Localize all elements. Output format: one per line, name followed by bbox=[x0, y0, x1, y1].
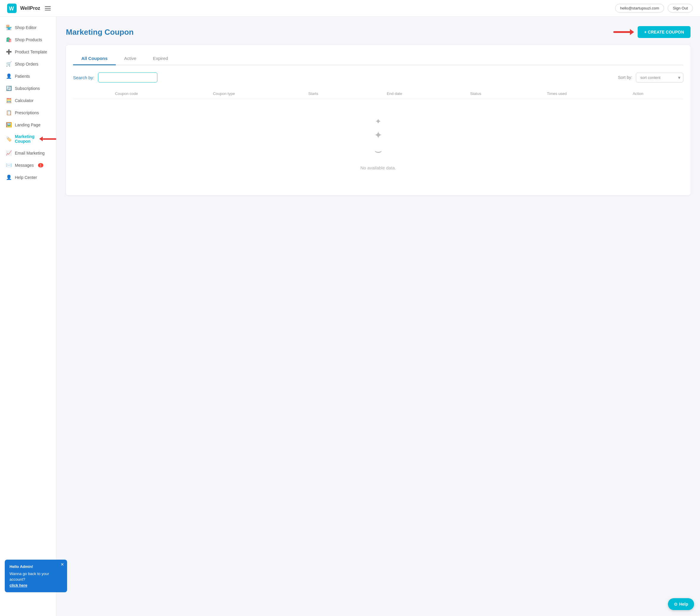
col-header-coupon-code: Coupon code bbox=[78, 91, 175, 96]
empty-data-icon: ⌣ bbox=[374, 144, 382, 157]
sidebar-item-label-help-center: Help Center bbox=[15, 175, 37, 180]
sort-wrapper: sort contentDate createdCoupon codeStatu… bbox=[636, 73, 683, 82]
help-label: Help bbox=[679, 602, 688, 606]
sidebar-item-label-marketing-coupon: Marketing Coupon bbox=[15, 134, 35, 144]
tab-all-coupons[interactable]: All Coupons bbox=[73, 52, 116, 65]
sidebar-item-product-template[interactable]: ➕Product Template bbox=[0, 46, 56, 58]
logo-icon: W bbox=[7, 3, 17, 13]
toast-title: Hello Admin! bbox=[10, 564, 62, 570]
search-input[interactable] bbox=[98, 73, 157, 82]
sidebar-item-label-calculator: Calculator bbox=[15, 98, 34, 103]
sidebar-item-label-landing-page: Landing Page bbox=[15, 123, 40, 127]
col-header-coupon-type: Coupon type bbox=[175, 91, 273, 96]
sidebar-item-email-marketing[interactable]: 📈Email Marketing bbox=[0, 147, 56, 159]
col-header-status: Status bbox=[435, 91, 516, 96]
empty-state: ✦ ✦ ⌣ No available data. bbox=[73, 99, 683, 188]
search-section: Search by: bbox=[73, 73, 157, 82]
app-layout: 🏪Shop Editor🛍️Shop Products➕Product Temp… bbox=[0, 17, 700, 616]
shop-editor-icon: 🏪 bbox=[6, 25, 12, 30]
empty-state-text: No available data. bbox=[360, 165, 396, 170]
help-button[interactable]: ⊙ Help bbox=[668, 598, 694, 610]
toast-close-button[interactable]: ✕ bbox=[61, 562, 64, 567]
toast-body: Wanna go back to your account? bbox=[10, 571, 62, 582]
page-title: Marketing Coupon bbox=[66, 28, 134, 37]
sidebar-item-patients[interactable]: 👤Patients bbox=[0, 70, 56, 82]
sidebar-item-label-shop-products: Shop Products bbox=[15, 37, 42, 42]
sidebar-item-label-shop-editor: Shop Editor bbox=[15, 25, 37, 30]
header-right: hello@startupsuzi.com Sign Out bbox=[615, 4, 693, 12]
sidebar-item-label-email-marketing: Email Marketing bbox=[15, 151, 45, 155]
product-template-icon: ➕ bbox=[6, 49, 12, 55]
sidebar-item-subscriptions[interactable]: 🔄Subscriptions bbox=[0, 82, 56, 94]
sparkle-icon-small: ✦ bbox=[375, 117, 382, 126]
table-header: Coupon codeCoupon typeStartsEnd dateStat… bbox=[73, 88, 683, 99]
shop-orders-icon: 🛒 bbox=[6, 61, 12, 67]
page-header: Marketing Coupon + CREATE COUPON bbox=[66, 26, 690, 38]
col-header-times-used: Times used bbox=[516, 91, 598, 96]
arrow-annotation bbox=[613, 29, 634, 35]
tab-active[interactable]: Active bbox=[116, 52, 145, 65]
marketing-coupon-icon: 🏷️ bbox=[6, 136, 12, 142]
tabs-container: All CouponsActiveExpired bbox=[73, 52, 683, 65]
sidebar-item-label-shop-orders: Shop Orders bbox=[15, 62, 38, 66]
header-actions: + CREATE COUPON bbox=[613, 26, 690, 38]
col-header-starts: Starts bbox=[273, 91, 354, 96]
user-email: hello@startupsuzi.com bbox=[615, 4, 664, 12]
sidebar: 🏪Shop Editor🛍️Shop Products➕Product Temp… bbox=[0, 17, 57, 616]
sort-section: Sort by: sort contentDate createdCoupon … bbox=[618, 73, 683, 82]
sidebar-item-shop-products[interactable]: 🛍️Shop Products bbox=[0, 34, 56, 46]
sidebar-item-messages[interactable]: ✉️Messages1 bbox=[0, 159, 56, 171]
sidebar-arrow bbox=[39, 137, 57, 141]
sidebar-item-calculator[interactable]: 🧮Calculator bbox=[0, 94, 56, 106]
tab-expired[interactable]: Expired bbox=[145, 52, 176, 65]
shop-products-icon: 🛍️ bbox=[6, 37, 12, 42]
sidebar-item-label-prescriptions: Prescriptions bbox=[15, 111, 39, 115]
arrow-head bbox=[630, 29, 634, 35]
sort-select[interactable]: sort contentDate createdCoupon codeStatu… bbox=[636, 73, 683, 82]
toast-notification: ✕ Hello Admin! Wanna go back to your acc… bbox=[5, 560, 67, 592]
hamburger-menu[interactable] bbox=[43, 5, 52, 12]
sidebar-item-prescriptions[interactable]: 📋Prescriptions bbox=[0, 106, 56, 119]
col-header-end-date: End date bbox=[354, 91, 435, 96]
coupon-card: All CouponsActiveExpired Search by: Sort… bbox=[66, 45, 690, 195]
prescriptions-icon: 📋 bbox=[6, 110, 12, 115]
help-center-icon: 👤 bbox=[6, 175, 12, 180]
sidebar-item-marketing-coupon[interactable]: 🏷️Marketing Coupon bbox=[0, 131, 56, 147]
arrow-shaft bbox=[613, 31, 630, 33]
svg-text:W: W bbox=[9, 5, 14, 12]
sidebar-item-landing-page[interactable]: 🖼️Landing Page bbox=[0, 119, 56, 131]
sidebar-item-shop-editor[interactable]: 🏪Shop Editor bbox=[0, 21, 56, 34]
sidebar-item-shop-orders[interactable]: 🛒Shop Orders bbox=[0, 58, 56, 70]
sidebar-item-label-patients: Patients bbox=[15, 74, 30, 79]
subscriptions-icon: 🔄 bbox=[6, 86, 12, 91]
search-label: Search by: bbox=[73, 75, 95, 80]
header-left: W WellProz bbox=[7, 3, 52, 13]
sidebar-item-label-product-template: Product Template bbox=[15, 50, 47, 54]
email-marketing-icon: 📈 bbox=[6, 150, 12, 156]
create-coupon-button[interactable]: + CREATE COUPON bbox=[638, 26, 690, 38]
top-header: W WellProz hello@startupsuzi.com Sign Ou… bbox=[0, 0, 700, 17]
badge-messages: 1 bbox=[38, 163, 43, 167]
sort-label: Sort by: bbox=[618, 75, 632, 80]
patients-icon: 👤 bbox=[6, 73, 12, 79]
messages-icon: ✉️ bbox=[6, 162, 12, 168]
help-circle-icon: ⊙ bbox=[674, 602, 677, 606]
sidebar-item-label-subscriptions: Subscriptions bbox=[15, 86, 40, 91]
sidebar-item-label-messages: Messages bbox=[15, 163, 34, 168]
main-content: Marketing Coupon + CREATE COUPON All Cou… bbox=[57, 17, 700, 616]
landing-page-icon: 🖼️ bbox=[6, 122, 12, 128]
sparkle-icon-large: ✦ bbox=[374, 129, 382, 141]
sidebar-item-help-center[interactable]: 👤Help Center bbox=[0, 171, 56, 183]
toast-link[interactable]: click here bbox=[10, 583, 27, 588]
search-sort-bar: Search by: Sort by: sort contentDate cre… bbox=[73, 73, 683, 82]
brand-name: WellProz bbox=[20, 5, 40, 11]
sign-out-button[interactable]: Sign Out bbox=[668, 4, 693, 12]
col-header-action: Action bbox=[597, 91, 679, 96]
calculator-icon: 🧮 bbox=[6, 98, 12, 103]
